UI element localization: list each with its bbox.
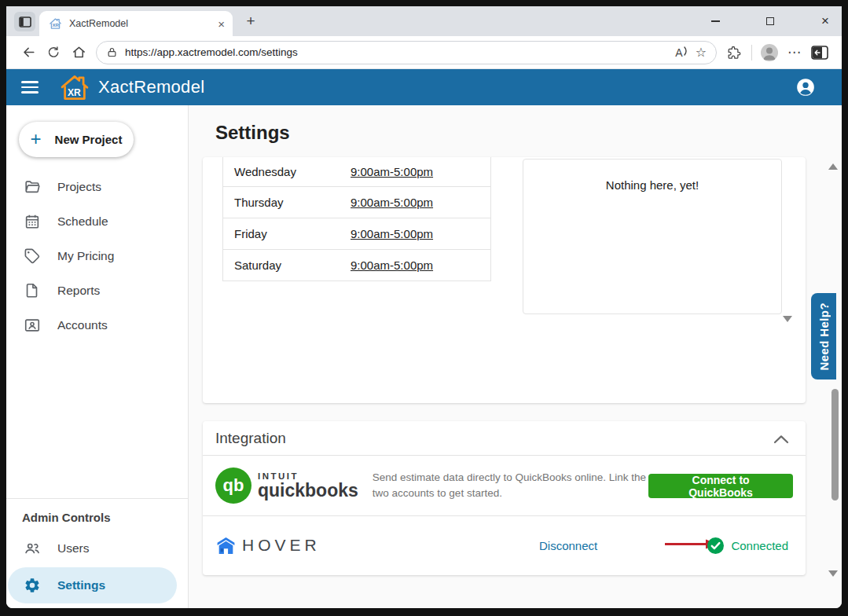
tab-close-icon[interactable]: × — [218, 18, 225, 30]
hours-link[interactable]: 9:00am-5:00pm — [351, 258, 433, 272]
sidebar-toggle-button[interactable] — [807, 40, 832, 65]
integration-card: Integration qb INTUIT quickbooks Send es… — [203, 421, 806, 575]
account-circle-icon — [795, 77, 816, 97]
people-icon — [24, 540, 41, 557]
browser-window: XR XactRemodel × + × — [6, 6, 842, 608]
new-project-button[interactable]: + New Project — [19, 122, 134, 157]
profile-button[interactable] — [757, 40, 782, 65]
minimize-button[interactable] — [710, 20, 721, 22]
svg-text:XR: XR — [52, 22, 59, 28]
sidebar-item-label: Settings — [57, 578, 105, 592]
url-text[interactable]: https://app.xactremodel.com/settings — [125, 46, 668, 58]
favorite-star-icon[interactable]: ☆ — [696, 45, 707, 60]
tag-icon — [24, 248, 41, 265]
hours-card: Wednesday 9:00am-5:00pm Thursday 9:00am-… — [203, 157, 806, 403]
document-icon — [24, 282, 41, 299]
sidebar-item-users[interactable]: Users — [6, 531, 188, 566]
sidebar-item-schedule[interactable]: Schedule — [6, 204, 188, 239]
plus-icon: + — [31, 130, 42, 148]
day-label: Thursday — [223, 196, 351, 209]
admin-controls-label: Admin Controls — [6, 499, 188, 531]
close-window-button[interactable]: × — [820, 13, 831, 29]
site-lock-icon[interactable] — [106, 46, 118, 58]
maximize-icon — [766, 17, 774, 25]
minimize-icon — [711, 20, 720, 22]
home-button[interactable] — [66, 40, 91, 65]
read-aloud-button[interactable]: A — [675, 46, 688, 59]
table-row: Thursday 9:00am-5:00pm — [222, 187, 491, 218]
main-content: Settings Wednesday 9:00am-5:00pm Thursda… — [189, 105, 842, 608]
scroll-down-caret-icon[interactable] — [783, 316, 792, 322]
tab-actions-icon — [19, 16, 31, 28]
menu-button[interactable] — [21, 81, 39, 94]
connect-quickbooks-button[interactable]: Connect to QuickBooks — [648, 474, 793, 498]
reload-icon — [46, 46, 61, 60]
integration-header: Integration — [203, 421, 806, 456]
browser-tab[interactable]: XR XactRemodel × — [39, 11, 233, 36]
need-help-label: Need Help? — [817, 302, 831, 371]
sidebar-item-label: Accounts — [57, 318, 108, 332]
table-row: Friday 9:00am-5:00pm — [222, 218, 491, 250]
need-help-tab[interactable]: Need Help? — [811, 293, 836, 380]
maximize-button[interactable] — [765, 17, 776, 25]
page-title: Settings — [215, 122, 290, 144]
day-label: Saturday — [223, 258, 351, 272]
app-title: XactRemodel — [98, 77, 204, 97]
app-header: XR XactRemodel — [6, 69, 842, 105]
scrollbar-thumb[interactable] — [831, 389, 839, 500]
back-button[interactable] — [16, 40, 41, 65]
reload-button[interactable] — [41, 40, 66, 65]
sidebar-item-settings[interactable]: Settings — [8, 567, 177, 603]
sidebar-item-reports[interactable]: Reports — [6, 273, 188, 308]
hover-row: HOVER Disconnect Connected — [203, 515, 806, 574]
read-aloud-icon: A — [675, 46, 682, 59]
toolbar-divider — [751, 45, 752, 60]
day-label: Wednesday — [223, 165, 351, 178]
read-aloud-waves-icon — [684, 46, 688, 57]
quickbooks-circle-icon: qb — [215, 468, 251, 504]
hours-link[interactable]: 9:00am-5:00pm — [351, 227, 433, 240]
sidebar-spacer — [6, 343, 188, 498]
browser-menu-button[interactable]: ⋯ — [782, 40, 807, 65]
xactremodel-logo-icon: XR — [59, 73, 90, 102]
folder-icon — [24, 178, 41, 196]
quickbooks-row: qb INTUIT quickbooks Send estimate data … — [203, 456, 806, 515]
gear-icon — [24, 577, 41, 594]
table-row: Wednesday 9:00am-5:00pm — [222, 157, 491, 187]
tab-actions-button[interactable] — [14, 12, 35, 31]
integration-title: Integration — [215, 430, 286, 447]
quickbooks-logo: qb INTUIT quickbooks — [215, 468, 358, 504]
hover-house-icon — [215, 535, 237, 556]
collapse-chevron-up-icon[interactable] — [771, 431, 791, 446]
disconnect-link[interactable]: Disconnect — [539, 539, 597, 552]
app-body: + New Project Projects Schedule — [6, 105, 842, 608]
sidebar-item-my-pricing[interactable]: My Pricing — [6, 239, 188, 273]
contact-card-icon — [24, 317, 41, 334]
scrollbar-up-arrow[interactable] — [828, 163, 838, 170]
window-frame: XR XactRemodel × + × — [0, 0, 848, 616]
hamburger-icon — [21, 81, 39, 83]
connected-label: Connected — [731, 539, 788, 552]
window-controls: × — [710, 6, 831, 36]
hours-link[interactable]: 9:00am-5:00pm — [351, 196, 433, 209]
day-label: Friday — [223, 227, 351, 240]
sidebar-nav: Projects Schedule My Pricing — [6, 170, 188, 343]
quickbooks-description: Send estimate data directly to QuickBook… — [373, 470, 648, 502]
business-hours-table: Wednesday 9:00am-5:00pm Thursday 9:00am-… — [222, 157, 491, 281]
sidebar-item-accounts[interactable]: Accounts — [6, 308, 188, 343]
sidebar-item-label: Reports — [57, 284, 100, 298]
account-button[interactable] — [795, 77, 816, 97]
scrollbar-down-arrow[interactable] — [828, 570, 838, 577]
empty-panel: Nothing here, yet! — [523, 159, 782, 314]
address-bar[interactable]: https://app.xactremodel.com/settings A ☆ — [96, 41, 717, 64]
check-circle-icon — [707, 537, 724, 554]
svg-text:XR: XR — [68, 86, 81, 97]
extensions-button[interactable] — [721, 40, 747, 65]
hover-logo: HOVER — [215, 535, 321, 556]
new-project-label: New Project — [55, 133, 123, 146]
sidebar: + New Project Projects Schedule — [6, 105, 189, 608]
sidebar-item-label: Projects — [57, 180, 101, 194]
hours-link[interactable]: 9:00am-5:00pm — [351, 165, 433, 178]
new-tab-button[interactable]: + — [240, 11, 261, 31]
sidebar-item-projects[interactable]: Projects — [6, 170, 188, 204]
